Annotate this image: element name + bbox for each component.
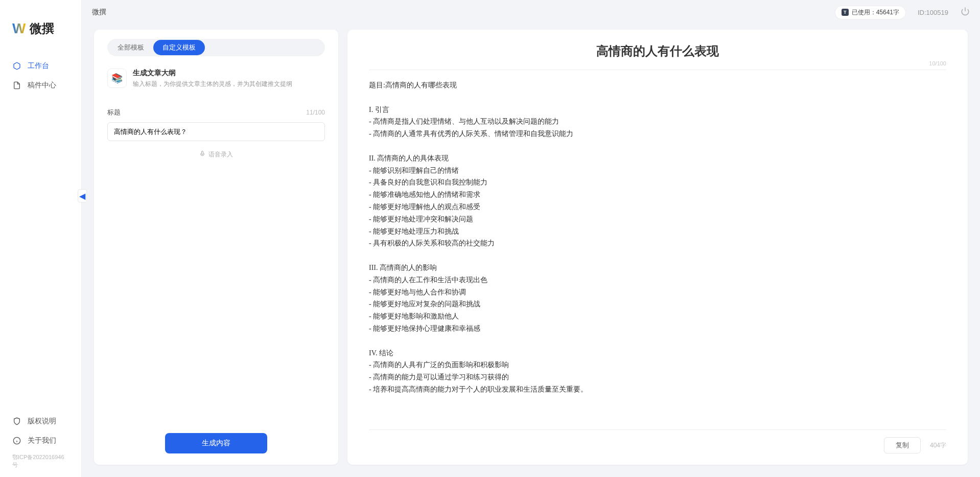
logo: W 微撰 — [0, 0, 81, 51]
output-title: 高情商的人有什么表现 — [369, 43, 946, 59]
title-label: 标题 — [107, 108, 121, 117]
sidebar-collapse-button[interactable]: ◀ — [78, 189, 87, 202]
sidebar-item-copyright[interactable]: 版权说明 — [0, 412, 81, 431]
usage-text: 已使用：45641字 — [852, 8, 899, 17]
main: 微撰 T 已使用：45641字 ID:100519 全部模板 自定义模板 📚 生… — [82, 0, 980, 477]
generate-button[interactable]: 生成内容 — [165, 433, 267, 453]
page-title: 微撰 — [92, 8, 106, 17]
output-header: 高情商的人有什么表现 10/100 — [369, 43, 946, 70]
power-button[interactable] — [961, 7, 970, 18]
left-panel: 全部模板 自定义模板 📚 生成文章大纲 输入标题，为你提供文章主体的灵感，并为其… — [94, 30, 338, 465]
tab-custom-templates[interactable]: 自定义模板 — [153, 40, 205, 55]
sidebar: W 微撰 工作台 稿件中心 版权说明 关于我们 — [0, 0, 82, 477]
sidebar-item-label: 版权说明 — [28, 417, 56, 426]
tab-all-templates[interactable]: 全部模板 — [108, 40, 153, 55]
usage-chip[interactable]: T 已使用：45641字 — [835, 6, 905, 19]
title-field-row: 标题 11/100 — [107, 108, 325, 117]
shield-icon — [12, 417, 21, 426]
user-id: ID:100519 — [918, 9, 948, 16]
copy-button[interactable]: 复制 — [884, 437, 921, 453]
output-body: 题目:高情商的人有哪些表现 I. 引言 - 高情商是指人们处理情绪、与他人互动以… — [369, 79, 946, 396]
mic-icon — [199, 151, 205, 158]
sidebar-item-workspace[interactable]: 工作台 — [0, 56, 81, 76]
output-title-count: 10/100 — [929, 60, 946, 66]
books-icon: 📚 — [107, 69, 127, 88]
info-icon — [12, 436, 21, 445]
title-char-count: 11/100 — [306, 109, 325, 116]
topbar: 微撰 T 已使用：45641字 ID:100519 — [82, 0, 980, 25]
right-panel: 高情商的人有什么表现 10/100 题目:高情商的人有哪些表现 I. 引言 - … — [347, 30, 968, 465]
topbar-right: T 已使用：45641字 ID:100519 — [835, 6, 970, 19]
voice-input-button[interactable]: 语音录入 — [107, 150, 325, 159]
sidebar-item-label: 工作台 — [28, 61, 49, 71]
chevron-left-icon: ◀ — [79, 191, 85, 201]
title-input[interactable] — [107, 122, 325, 141]
sidebar-bottom: 版权说明 关于我们 鄂ICP备2022016946号 — [0, 405, 81, 477]
template-card: 📚 生成文章大纲 输入标题，为你提供文章主体的灵感，并为其创建推文提纲 — [107, 69, 325, 88]
output-footer: 复制 404字 — [369, 429, 946, 453]
power-icon — [961, 7, 970, 16]
nav: 工作台 稿件中心 — [0, 51, 81, 100]
icp-text: 鄂ICP备2022016946号 — [0, 450, 81, 474]
cube-icon — [12, 61, 21, 71]
sidebar-item-label: 关于我们 — [28, 436, 56, 445]
voice-input-label: 语音录入 — [208, 150, 233, 159]
template-tabs: 全部模板 自定义模板 — [107, 39, 325, 56]
sidebar-item-about[interactable]: 关于我们 — [0, 431, 81, 450]
letter-t-icon: T — [842, 9, 849, 16]
sidebar-item-label: 稿件中心 — [28, 81, 56, 90]
template-desc: 输入标题，为你提供文章主体的灵感，并为其创建推文提纲 — [133, 80, 292, 88]
sidebar-item-drafts[interactable]: 稿件中心 — [0, 76, 81, 95]
logo-text: 微撰 — [30, 20, 54, 37]
content: 全部模板 自定义模板 📚 生成文章大纲 输入标题，为你提供文章主体的灵感，并为其… — [82, 25, 980, 477]
file-icon — [12, 81, 21, 90]
template-title: 生成文章大纲 — [133, 69, 292, 78]
logo-icon: W — [12, 20, 26, 37]
output-word-count: 404字 — [930, 441, 946, 450]
